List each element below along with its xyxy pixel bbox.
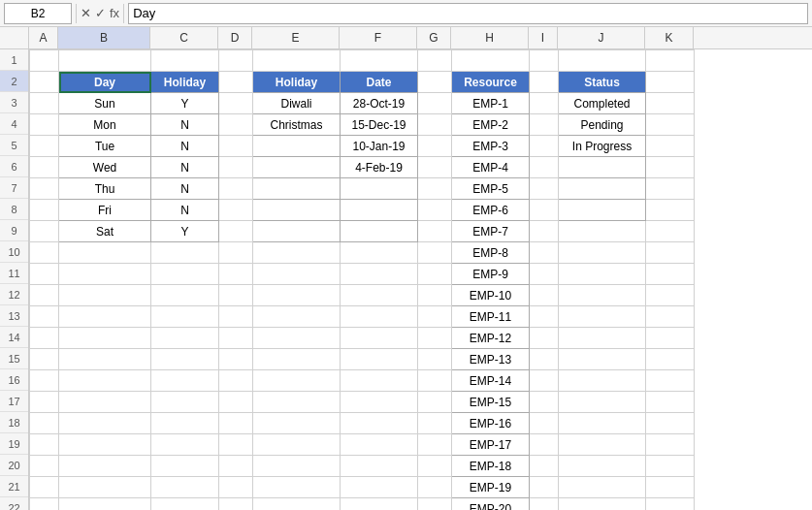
cell-A3[interactable]	[30, 93, 59, 114]
row-num-3[interactable]: 3	[0, 92, 28, 113]
cell-A7[interactable]	[30, 178, 59, 200]
cell-A18[interactable]	[30, 413, 59, 434]
cell-G17[interactable]	[418, 392, 452, 413]
cell-G12[interactable]	[418, 285, 452, 306]
cell-I12[interactable]	[530, 285, 559, 306]
cell-B8[interactable]: Fri	[59, 200, 151, 221]
cell-A14[interactable]	[30, 328, 59, 349]
row-num-15[interactable]: 15	[0, 348, 28, 369]
cell-A4[interactable]	[30, 114, 59, 136]
cell-F3[interactable]: 28-Oct-19	[341, 93, 418, 114]
cell-A2[interactable]	[30, 72, 59, 93]
col-header-J[interactable]: J	[558, 27, 645, 48]
cell-J21[interactable]	[559, 477, 646, 498]
cell-C15[interactable]	[151, 349, 219, 370]
cell-C22[interactable]	[151, 498, 219, 511]
cell-J2-status-header[interactable]: Status	[559, 72, 646, 93]
row-num-7[interactable]: 7	[0, 177, 28, 199]
cell-G22[interactable]	[418, 498, 452, 511]
cell-E4[interactable]: Christmas	[253, 114, 341, 136]
cancel-icon[interactable]: ✕	[81, 6, 91, 20]
cell-I18[interactable]	[530, 413, 559, 434]
cell-K20[interactable]	[646, 456, 695, 477]
cell-H9[interactable]: EMP-7	[452, 221, 530, 242]
cell-C4[interactable]: N	[151, 114, 219, 136]
fx-icon[interactable]: fx	[110, 6, 119, 20]
cell-C13[interactable]	[151, 306, 219, 328]
cell-I14[interactable]	[530, 328, 559, 349]
cell-D12[interactable]	[219, 285, 253, 306]
cell-I8[interactable]	[530, 200, 559, 221]
cell-H21[interactable]: EMP-19	[452, 477, 530, 498]
cell-B11[interactable]	[59, 264, 151, 285]
cell-G7[interactable]	[418, 178, 452, 200]
cell-E3[interactable]: Diwali	[253, 93, 341, 114]
row-num-8[interactable]: 8	[0, 199, 28, 220]
cell-G21[interactable]	[418, 477, 452, 498]
formula-input[interactable]	[128, 3, 808, 24]
row-num-20[interactable]: 20	[0, 455, 28, 476]
cell-I21[interactable]	[530, 477, 559, 498]
cell-A22[interactable]	[30, 498, 59, 511]
cell-D17[interactable]	[219, 392, 253, 413]
col-header-A[interactable]: A	[29, 27, 58, 48]
cell-J17[interactable]	[559, 392, 646, 413]
cell-H16[interactable]: EMP-14	[452, 370, 530, 392]
cell-K6[interactable]	[646, 157, 695, 178]
cell-A13[interactable]	[30, 306, 59, 328]
cell-A9[interactable]	[30, 221, 59, 242]
cell-K21[interactable]	[646, 477, 695, 498]
cell-I13[interactable]	[530, 306, 559, 328]
col-header-I[interactable]: I	[529, 27, 558, 48]
cell-E1[interactable]	[253, 50, 341, 72]
cell-J1[interactable]	[559, 50, 646, 72]
cell-A8[interactable]	[30, 200, 59, 221]
cell-J15[interactable]	[559, 349, 646, 370]
cell-D6[interactable]	[219, 157, 253, 178]
row-num-18[interactable]: 18	[0, 412, 28, 433]
cell-A17[interactable]	[30, 392, 59, 413]
cell-J8[interactable]	[559, 200, 646, 221]
row-num-22[interactable]: 22	[0, 497, 28, 510]
cell-E7[interactable]	[253, 178, 341, 200]
cell-E15[interactable]	[253, 349, 341, 370]
cell-G5[interactable]	[418, 136, 452, 157]
cell-D20[interactable]	[219, 456, 253, 477]
cell-K8[interactable]	[646, 200, 695, 221]
cell-D5[interactable]	[219, 136, 253, 157]
cell-G3[interactable]	[418, 93, 452, 114]
cell-G2[interactable]	[418, 72, 452, 93]
cell-K12[interactable]	[646, 285, 695, 306]
cell-F8[interactable]	[341, 200, 418, 221]
cell-A1[interactable]	[30, 50, 59, 72]
cell-J9[interactable]	[559, 221, 646, 242]
cell-A21[interactable]	[30, 477, 59, 498]
row-num-16[interactable]: 16	[0, 369, 28, 391]
cell-C11[interactable]	[151, 264, 219, 285]
col-header-G[interactable]: G	[417, 27, 451, 48]
cell-C12[interactable]	[151, 285, 219, 306]
cell-D1[interactable]	[219, 50, 253, 72]
cell-D15[interactable]	[219, 349, 253, 370]
cell-K3[interactable]	[646, 93, 695, 114]
cell-J22[interactable]	[559, 498, 646, 511]
cell-H22[interactable]: EMP-20	[452, 498, 530, 511]
row-num-9[interactable]: 9	[0, 220, 28, 241]
col-header-C[interactable]: C	[150, 27, 218, 48]
cell-J4[interactable]: Pending	[559, 114, 646, 136]
cell-H2-resource-header[interactable]: Resource	[452, 72, 530, 93]
cell-E8[interactable]	[253, 200, 341, 221]
cell-F13[interactable]	[341, 306, 418, 328]
cell-K18[interactable]	[646, 413, 695, 434]
cell-C21[interactable]	[151, 477, 219, 498]
cell-K11[interactable]	[646, 264, 695, 285]
cell-G10[interactable]	[418, 242, 452, 264]
cell-K19[interactable]	[646, 434, 695, 456]
cell-I7[interactable]	[530, 178, 559, 200]
cell-K14[interactable]	[646, 328, 695, 349]
cell-E18[interactable]	[253, 413, 341, 434]
cell-J13[interactable]	[559, 306, 646, 328]
cell-J11[interactable]	[559, 264, 646, 285]
cell-H12[interactable]: EMP-10	[452, 285, 530, 306]
cell-I22[interactable]	[530, 498, 559, 511]
